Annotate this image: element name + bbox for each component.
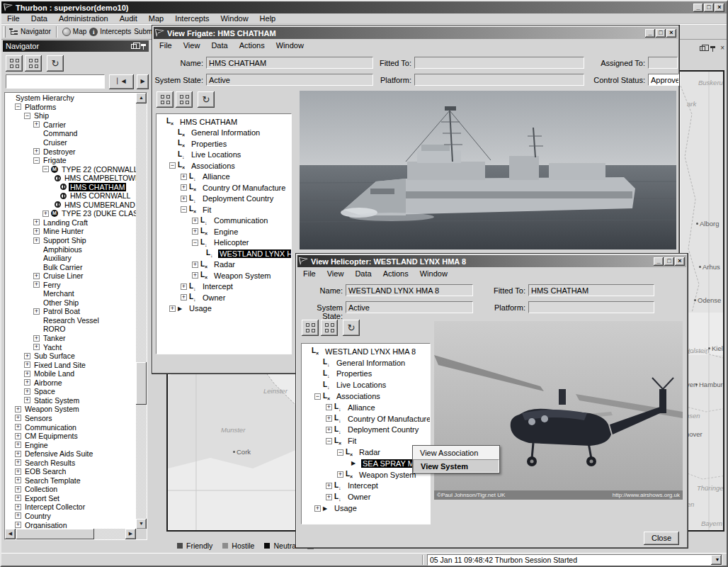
- navigator-vscrollbar[interactable]: ▲ ▼: [136, 93, 147, 529]
- expand-expander-icon[interactable]: +: [33, 281, 40, 288]
- refresh-button[interactable]: ↻: [47, 55, 64, 72]
- frigate-platform-field[interactable]: [414, 74, 584, 86]
- helicopter-state-field[interactable]: Active: [346, 301, 473, 313]
- tree-item-mine-hunter[interactable]: +Mine Hunter: [6, 227, 136, 236]
- first-record-button[interactable]: ▏◀: [109, 74, 134, 89]
- frigate-control-field[interactable]: Approved: [648, 74, 679, 86]
- collapse-expander-icon[interactable]: −: [15, 103, 21, 110]
- tree-item-sub-surface[interactable]: +Sub Surface: [6, 352, 136, 361]
- frigate-minimize-icon[interactable]: _: [645, 29, 655, 38]
- tree-item-cruise-liner[interactable]: +Cruise Liner: [6, 271, 136, 281]
- expand-expander-icon[interactable]: +: [181, 184, 187, 191]
- collapse-expander-icon[interactable]: −: [33, 157, 40, 164]
- collapse-expander-icon[interactable]: −: [314, 393, 321, 400]
- tree-item-alliance[interactable]: +L↓Alliance: [303, 402, 430, 413]
- tree-item-hms-campbeltown[interactable]: HMS CAMPBELTOWN: [6, 174, 136, 183]
- expand-expander-icon[interactable]: +: [33, 308, 40, 315]
- helicopter-collapse-all-button[interactable]: [321, 320, 338, 336]
- tree-item-command[interactable]: Command: [6, 129, 136, 138]
- tree-item-intercept-collector[interactable]: +Intercept Collector: [6, 503, 136, 512]
- tree-item-destroyer[interactable]: +Destroyer: [6, 147, 136, 156]
- expand-expander-icon[interactable]: +: [33, 273, 40, 279]
- toolbar-map-button[interactable]: Map: [62, 28, 86, 36]
- tree-item-alliance[interactable]: +L↓Alliance: [158, 172, 291, 183]
- tree-item-frigate[interactable]: −Frigate: [6, 156, 136, 165]
- context-menu-item-view-association[interactable]: View Association: [413, 446, 499, 459]
- tree-item-properties[interactable]: L×Properties: [158, 138, 291, 150]
- expand-expander-icon[interactable]: +: [33, 219, 40, 225]
- tree-item-radar[interactable]: +L×Radar: [158, 259, 291, 271]
- collapse-all-button[interactable]: [25, 55, 42, 72]
- expand-expander-icon[interactable]: +: [15, 504, 21, 510]
- tree-item-type-23-duke-class[interactable]: +MTYPE 23 (DUKE CLASS): [6, 209, 136, 218]
- frigate-fitted-field[interactable]: [414, 57, 584, 69]
- expand-expander-icon[interactable]: +: [15, 459, 21, 466]
- tree-item-sensors[interactable]: +Sensors: [6, 414, 136, 423]
- collapse-expander-icon[interactable]: −: [326, 438, 332, 444]
- frigate-menu-actions[interactable]: Actions: [234, 41, 271, 50]
- collapse-expander-icon[interactable]: −: [169, 162, 176, 169]
- tree-item-hms-chatham[interactable]: HMS CHATHAM: [6, 182, 136, 191]
- tree-item-westland-lynx-hma-8[interactable]: L×WESTLAND LYNX HMA 8: [303, 346, 430, 357]
- tree-item-eob-search[interactable]: +EOB Search: [6, 467, 136, 476]
- tree-item-organisation[interactable]: +Organisation: [6, 520, 136, 529]
- tree-item-engine[interactable]: +L×Engine: [158, 226, 291, 237]
- expand-expander-icon[interactable]: +: [15, 451, 21, 457]
- expand-expander-icon[interactable]: +: [33, 121, 40, 128]
- tree-item-defensive-aids-suite[interactable]: +Defensive Aids Suite: [6, 449, 136, 459]
- expand-expander-icon[interactable]: +: [15, 512, 21, 519]
- close-button[interactable]: Close: [644, 532, 679, 545]
- tree-item-general-information[interactable]: L×General Information: [158, 128, 291, 139]
- tree-item-roro[interactable]: RORO: [6, 325, 136, 334]
- tree-item-country-of-manufacture[interactable]: +L↓Country Of Manufacture: [303, 413, 430, 425]
- tree-item-associations[interactable]: −L×Associations: [303, 391, 430, 402]
- main-menu-administration[interactable]: Administration: [53, 14, 114, 23]
- expand-expander-icon[interactable]: +: [24, 361, 30, 368]
- expand-expander-icon[interactable]: +: [33, 344, 40, 350]
- expand-expander-icon[interactable]: +: [15, 424, 21, 430]
- tree-item-tanker[interactable]: +Tanker: [6, 334, 136, 343]
- helicopter-name-field[interactable]: WESTLAND LYNX HMA 8: [346, 284, 473, 296]
- frigate-expand-all-button[interactable]: [157, 91, 174, 108]
- tree-item-type-22-cornwall-class[interactable]: −MTYPE 22 (CORNWALL CLASS): [6, 164, 136, 174]
- expand-expander-icon[interactable]: +: [192, 262, 198, 268]
- restore-icon[interactable]: □: [704, 4, 714, 12]
- scroll-right-icon[interactable]: ▶: [125, 529, 136, 539]
- collapse-expander-icon[interactable]: −: [192, 240, 198, 246]
- next-record-button[interactable]: ▶: [137, 74, 149, 89]
- tree-item-ship[interactable]: −Ship: [6, 111, 136, 120]
- main-menu-intercepts[interactable]: Intercepts: [169, 14, 215, 23]
- tree-item-weapon-system[interactable]: +L×Weapon System: [303, 469, 430, 481]
- scroll-left-icon[interactable]: ◀: [5, 529, 16, 539]
- tree-item-fixed-land-site[interactable]: +Fixed Land Site: [6, 360, 136, 369]
- tree-item-weapon-system[interactable]: +Weapon System: [6, 405, 136, 414]
- tree-item-owner[interactable]: +L↓Owner: [158, 292, 291, 303]
- minimize-icon[interactable]: _: [693, 4, 703, 12]
- expand-expander-icon[interactable]: +: [15, 495, 21, 501]
- tree-item-ferry[interactable]: +Ferry: [6, 280, 136, 289]
- dock-close-icon[interactable]: ×: [720, 45, 724, 52]
- expand-expander-icon[interactable]: +: [24, 397, 30, 403]
- expand-expander-icon[interactable]: +: [15, 415, 21, 421]
- expand-expander-icon[interactable]: +: [24, 388, 30, 395]
- frigate-maximize-icon[interactable]: □: [656, 29, 666, 38]
- tree-item-carrier[interactable]: +Carrier: [6, 120, 136, 130]
- frigate-state-field[interactable]: Active: [206, 74, 373, 86]
- context-menu-item-view-system[interactable]: View System: [413, 459, 499, 473]
- expand-expander-icon[interactable]: +: [192, 272, 198, 279]
- main-menu-file[interactable]: File: [1, 14, 25, 23]
- status-dropdown-icon[interactable]: ▼: [711, 555, 722, 565]
- expand-expander-icon[interactable]: +: [326, 404, 332, 410]
- tree-item-hms-chatham[interactable]: L×HMS CHATHAM: [158, 116, 291, 128]
- tree-item-auxiliary[interactable]: Auxiliary: [6, 254, 136, 263]
- navigator-search-input[interactable]: [6, 74, 105, 89]
- collapse-expander-icon[interactable]: −: [42, 166, 49, 172]
- tree-item-merchant[interactable]: Merchant: [6, 289, 136, 298]
- tree-item-research-vessel[interactable]: Research Vessel: [6, 316, 136, 325]
- expand-expander-icon[interactable]: +: [181, 284, 187, 290]
- tree-item-intercept[interactable]: +L↓Intercept: [303, 481, 430, 492]
- tree-item-space[interactable]: +Space: [6, 387, 136, 396]
- main-menu-data[interactable]: Data: [25, 14, 53, 23]
- frigate-menu-window[interactable]: Window: [271, 41, 309, 50]
- expand-expander-icon[interactable]: +: [192, 228, 198, 235]
